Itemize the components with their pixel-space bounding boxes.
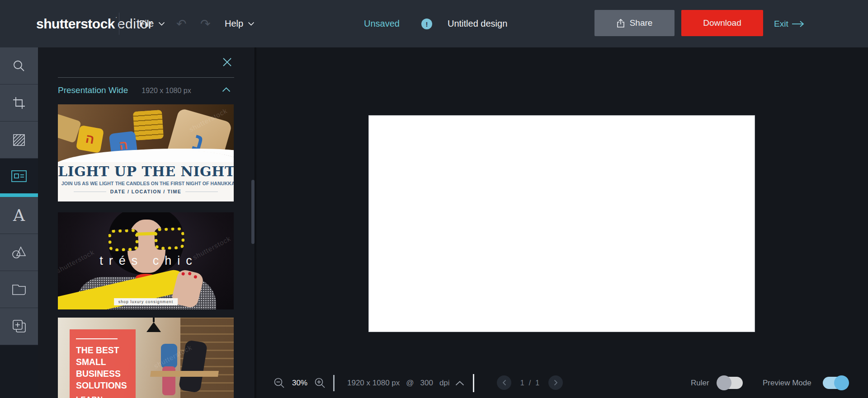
rail-item-shapes[interactable] — [0, 234, 38, 271]
search-icon — [12, 59, 26, 73]
file-menu[interactable]: File — [139, 0, 165, 47]
close-panel-button[interactable] — [220, 55, 234, 69]
page-indicator: 1 / 1 — [513, 377, 547, 389]
rail-item-templates[interactable] — [0, 159, 38, 193]
hanukkah-text-area: LIGHT UP THE NIGHT JOIN US AS WE LIGHT T… — [58, 162, 234, 201]
dpi-unit-label: dpi — [439, 379, 450, 388]
gelt-coins-graphic — [133, 110, 164, 140]
topbar: shutterstock·editor File ↶ ↷ Help Unsave… — [0, 0, 868, 47]
rail-item-folders[interactable] — [0, 271, 38, 308]
chevron-down-icon — [158, 22, 165, 26]
template-footer: DATE / LOCATION / TIME — [58, 189, 234, 194]
bottombar-divider — [473, 374, 474, 392]
tool-rail: A — [0, 47, 38, 398]
add-image-icon — [12, 319, 26, 334]
chevron-up-icon[interactable] — [454, 378, 465, 388]
redo-icon[interactable]: ↷ — [200, 0, 211, 47]
ruler-toggle-label: Ruler — [691, 377, 709, 389]
folder-icon — [12, 284, 26, 295]
section-title: Presentation Wide — [58, 85, 128, 95]
template-thumb-small-business[interactable]: shutterstock THE BEST SMALL BUSINESS SOL… — [58, 318, 234, 398]
person-graphic — [161, 344, 177, 368]
pendant-lamp-graphic — [146, 322, 161, 332]
text-icon: A — [13, 207, 25, 224]
download-button-label: Download — [703, 18, 741, 28]
shutterstock-editor-app: shutterstock·editor File ↶ ↷ Help Unsave… — [0, 0, 868, 398]
crop-icon — [12, 96, 26, 110]
template-headline: trés chic — [58, 254, 234, 268]
yellow-dreidel-graphic: ה — [76, 125, 104, 154]
page-separator: / — [529, 379, 531, 387]
template-thumb-tres-chic[interactable]: shutterstock shutterstock trés chic shop… — [58, 212, 234, 309]
chevron-down-icon — [248, 22, 255, 26]
toggle-knob — [834, 375, 849, 390]
rail-item-search[interactable] — [0, 47, 38, 84]
daisy-sunglasses-graphic — [108, 227, 185, 254]
template-headline: LIGHT UP THE NIGHT — [58, 162, 234, 179]
templates-panel: Presentation Wide 1920 x 1080 px ה ה — [38, 47, 255, 398]
template-subtitle: JOIN US AS WE LIGHT THE CANDLES ON THE F… — [61, 181, 230, 186]
rail-item-text[interactable]: A — [0, 197, 38, 234]
dpi-value: 300 — [420, 379, 433, 388]
exit-link-label: Exit — [774, 19, 788, 29]
shapes-icon — [11, 246, 27, 259]
topbar-divider — [119, 13, 119, 35]
templates-icon — [11, 170, 27, 182]
table-graphic — [150, 371, 219, 377]
background-icon — [12, 133, 26, 147]
undo-icon[interactable]: ↶ — [176, 0, 187, 47]
hanukkah-photo-area: ה ה נ shutterstock — [58, 104, 234, 162]
share-button[interactable]: Share — [594, 10, 675, 36]
file-menu-label: File — [139, 19, 154, 29]
document-title[interactable]: Untitled design — [448, 0, 507, 47]
artboard[interactable] — [368, 115, 755, 332]
rail-item-crop[interactable] — [0, 84, 38, 122]
panel-scrollbar-thumb[interactable] — [251, 180, 255, 244]
share-button-label: Share — [630, 18, 653, 28]
zoom-level-value[interactable]: 30% — [289, 377, 311, 389]
at-symbol: @ — [406, 379, 414, 388]
panel-section-header[interactable]: Presentation Wide 1920 x 1080 px — [58, 85, 234, 95]
bottom-controls: 30% 1920 x 1080 px @ 300 dpi 1 — [255, 368, 868, 398]
rail-item-add-image[interactable] — [0, 308, 38, 345]
template-thumb-hanukkah[interactable]: ה ה נ shutterstock LIGHT UP THE NIGHT JO… — [58, 104, 234, 201]
active-tool-indicator — [0, 193, 38, 197]
arrow-right-icon — [792, 20, 804, 28]
rail-item-background[interactable] — [0, 122, 38, 159]
total-pages: 1 — [535, 379, 539, 387]
preview-mode-toggle-label: Preview Mode — [763, 377, 811, 389]
ruler-toggle[interactable] — [717, 377, 743, 389]
next-page-button[interactable] — [548, 375, 563, 390]
save-status: Unsaved — [364, 0, 400, 47]
help-menu[interactable]: Help — [225, 0, 255, 47]
section-dimensions: 1920 x 1080 px — [142, 87, 191, 95]
unsaved-alert-badge[interactable]: ! — [421, 19, 432, 29]
exit-link[interactable]: Exit — [774, 0, 804, 47]
save-status-label: Unsaved — [364, 19, 400, 29]
toggle-knob — [717, 375, 731, 390]
download-button[interactable]: Download — [681, 10, 763, 36]
close-icon — [222, 57, 232, 67]
help-menu-label: Help — [225, 19, 243, 29]
shutterstock-editor-logo: shutterstock·editor — [36, 0, 153, 47]
bottombar-divider — [333, 375, 335, 391]
current-page: 1 — [520, 379, 524, 387]
chevron-up-icon[interactable] — [222, 87, 231, 92]
panel-divider — [58, 77, 234, 78]
alert-exclamation-icon: ! — [426, 20, 428, 28]
preview-mode-toggle[interactable] — [823, 377, 848, 389]
canvas-size-value: 1920 x 1080 px — [347, 379, 400, 388]
snow-graphic — [58, 150, 234, 162]
learn-more-label: LEARN MORE — [76, 395, 125, 398]
share-icon — [617, 19, 625, 28]
zoom-out-button[interactable] — [274, 377, 285, 389]
zoom-in-button[interactable] — [314, 377, 326, 389]
logo-primary: shutterstock — [36, 16, 115, 32]
template-footer: shop luxury consignment — [114, 298, 178, 305]
logo-mark: · — [115, 14, 117, 20]
red-text-panel: THE BEST SMALL BUSINESS SOLUTIONS LEARN … — [70, 329, 136, 398]
canvas-dimensions-readout: 1920 x 1080 px @ 300 dpi — [347, 377, 450, 389]
previous-page-button[interactable] — [497, 375, 511, 390]
